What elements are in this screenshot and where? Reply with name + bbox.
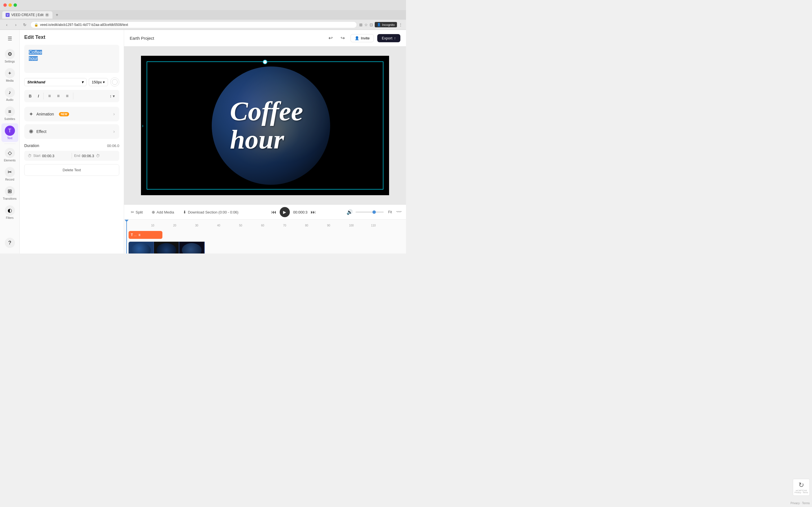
start-time-group: ⏱ Start 00:00.3 bbox=[28, 154, 69, 158]
line-spacing-button[interactable]: ↕ ▾ bbox=[107, 93, 117, 100]
video-thumb-1 bbox=[129, 242, 154, 253]
minimize-button[interactable] bbox=[8, 3, 12, 7]
align-left-button[interactable]: ≡ bbox=[46, 92, 53, 100]
effect-label: Effect bbox=[36, 129, 47, 134]
split-icon: ✂ bbox=[131, 210, 134, 214]
animation-badge: NEW bbox=[59, 112, 69, 116]
ruler-mark-60: 60 bbox=[261, 224, 264, 227]
tab-close-button[interactable]: ✕ bbox=[45, 13, 49, 17]
animation-card[interactable]: ✦ Animation NEW › bbox=[24, 107, 119, 121]
delete-text-button[interactable]: Delete Text bbox=[24, 164, 119, 176]
video-track-clip[interactable] bbox=[129, 242, 207, 253]
text-track-label: ... bbox=[134, 233, 137, 237]
sidebar-item-filters[interactable]: ◐ Filters bbox=[1, 203, 18, 222]
undo-button[interactable]: ↩ bbox=[326, 33, 335, 43]
traffic-lights bbox=[3, 3, 17, 7]
record-label: Record bbox=[5, 178, 14, 181]
canvas-wrapper[interactable]: Coffee hour ‹ › bbox=[124, 47, 406, 205]
media-icon: + bbox=[5, 68, 15, 78]
cast-icon[interactable]: ⊞ bbox=[359, 22, 363, 27]
waveform-icon[interactable]: 〰 bbox=[396, 209, 402, 215]
animation-label: Animation bbox=[36, 112, 54, 116]
animation-icon: ✦ bbox=[29, 111, 34, 117]
invite-label: Invite bbox=[361, 36, 370, 40]
star-icon[interactable]: ☆ bbox=[364, 22, 368, 27]
audio-label: Audio bbox=[6, 98, 13, 101]
sidebar-item-audio[interactable]: ♪ Audio bbox=[1, 85, 18, 104]
add-icon: ⊕ bbox=[152, 210, 155, 214]
effect-card[interactable]: ✺ Effect › bbox=[24, 124, 119, 139]
forward-button[interactable]: › bbox=[12, 21, 19, 28]
extension-icon[interactable]: ⊡ bbox=[370, 22, 373, 27]
reload-button[interactable]: ↻ bbox=[21, 21, 28, 28]
redo-button[interactable]: ↪ bbox=[338, 33, 347, 43]
hamburger-menu[interactable]: ☰ bbox=[5, 33, 14, 44]
add-media-button[interactable]: ⊕ Add Media bbox=[149, 209, 176, 216]
sidebar-item-subtitles[interactable]: ≡ Subtitles bbox=[1, 104, 18, 123]
download-section-button[interactable]: ⬇ Download Section (0:00 - 0:06) bbox=[181, 209, 241, 216]
new-tab-button[interactable]: + bbox=[54, 11, 60, 18]
export-button[interactable]: Export ↑ bbox=[377, 34, 400, 42]
split-button[interactable]: ✂ Split bbox=[129, 209, 145, 216]
align-right-button[interactable]: ≡ bbox=[64, 92, 71, 100]
active-tab[interactable]: V VEED CREATE | Edit ✕ bbox=[2, 11, 52, 18]
play-button[interactable]: ▶ bbox=[280, 207, 290, 217]
ruler-mark-50: 50 bbox=[239, 224, 242, 227]
text-icon: T bbox=[5, 126, 15, 136]
incognito-button[interactable]: 👤 Incognito bbox=[375, 22, 397, 27]
volume-icon[interactable]: 🔊 bbox=[347, 209, 353, 215]
start-value[interactable]: 00:00.3 bbox=[42, 154, 54, 158]
transitions-icon: ⊞ bbox=[5, 186, 15, 196]
invite-button[interactable]: 👤 Invite bbox=[350, 34, 374, 42]
current-time-display: 00:000:3 bbox=[293, 210, 308, 214]
timeline-toolbar: ✂ Split ⊕ Add Media ⬇ Download Section (… bbox=[124, 205, 406, 220]
duration-header: Duration 00:06.0 bbox=[24, 144, 119, 148]
back-button[interactable]: ‹ bbox=[3, 21, 10, 28]
sidebar-item-text[interactable]: T Text bbox=[1, 123, 18, 142]
effect-chevron-icon: › bbox=[113, 129, 115, 134]
ruler-mark-90: 90 bbox=[327, 224, 330, 227]
video-canvas[interactable]: Coffee hour ‹ › bbox=[141, 56, 389, 195]
zoom-slider[interactable] bbox=[356, 212, 384, 213]
align-center-button[interactable]: ≡ bbox=[55, 92, 62, 100]
sidebar-item-elements[interactable]: ◇ Elements bbox=[1, 146, 18, 164]
playhead[interactable] bbox=[126, 220, 127, 253]
canvas-header: Earth Project ↩ ↪ 👤 Invite Export ↑ bbox=[124, 30, 406, 47]
browser-menu-icon[interactable]: ⋮ bbox=[399, 22, 403, 27]
video-thumb-3 bbox=[179, 242, 205, 253]
text-input-area[interactable]: Coffeehour bbox=[24, 45, 119, 73]
video-thumb-2 bbox=[154, 242, 179, 253]
url-bar[interactable]: 🔒 veed.io/edit/abcb1297-5a01-4d77-b2aa-a… bbox=[31, 21, 357, 28]
color-picker-button[interactable] bbox=[110, 77, 119, 87]
font-selector[interactable]: Shrikhand ▾ bbox=[24, 78, 87, 86]
font-size-selector[interactable]: 150px ▾ bbox=[89, 78, 108, 86]
text-track-clip[interactable]: T ... ⏸ bbox=[129, 231, 162, 239]
time-divider bbox=[71, 153, 72, 159]
close-button[interactable] bbox=[3, 3, 7, 7]
zoom-thumb bbox=[372, 210, 376, 214]
timeline-ruler: 10 20 30 40 50 60 70 80 90 100 110 bbox=[129, 222, 402, 229]
subtitles-icon: ≡ bbox=[5, 107, 15, 117]
end-value[interactable]: 00:06.3 bbox=[82, 154, 94, 158]
transitions-label: Transitions bbox=[3, 197, 17, 200]
earth-lights bbox=[212, 66, 330, 185]
skip-back-button[interactable]: ⏮ bbox=[271, 209, 276, 215]
earth-thumb bbox=[131, 243, 151, 253]
fit-button[interactable]: Fit bbox=[387, 209, 394, 215]
size-dropdown-icon: ▾ bbox=[103, 80, 105, 84]
download-icon: ⬇ bbox=[183, 210, 186, 214]
tab-favicon: V bbox=[6, 13, 10, 17]
italic-button[interactable]: I bbox=[36, 93, 41, 100]
left-resize-handle[interactable]: ‹ › bbox=[141, 122, 144, 128]
bold-button[interactable]: B bbox=[27, 93, 34, 100]
skip-forward-button[interactable]: ⏭ bbox=[311, 209, 316, 215]
animation-card-left: ✦ Animation NEW bbox=[29, 111, 69, 117]
ruler-mark-10: 10 bbox=[151, 224, 154, 227]
sidebar-item-record[interactable]: ✂ Record bbox=[1, 165, 18, 183]
maximize-button[interactable] bbox=[13, 3, 17, 7]
address-bar: ‹ › ↻ 🔒 veed.io/edit/abcb1297-5a01-4d77-… bbox=[0, 20, 406, 30]
sidebar-item-media[interactable]: + Media bbox=[1, 66, 18, 84]
sidebar-item-transitions[interactable]: ⊞ Transitions bbox=[1, 184, 18, 203]
sidebar-item-settings[interactable]: ⚙ Settings bbox=[1, 47, 18, 65]
sidebar-item-help[interactable]: ? bbox=[1, 235, 18, 250]
